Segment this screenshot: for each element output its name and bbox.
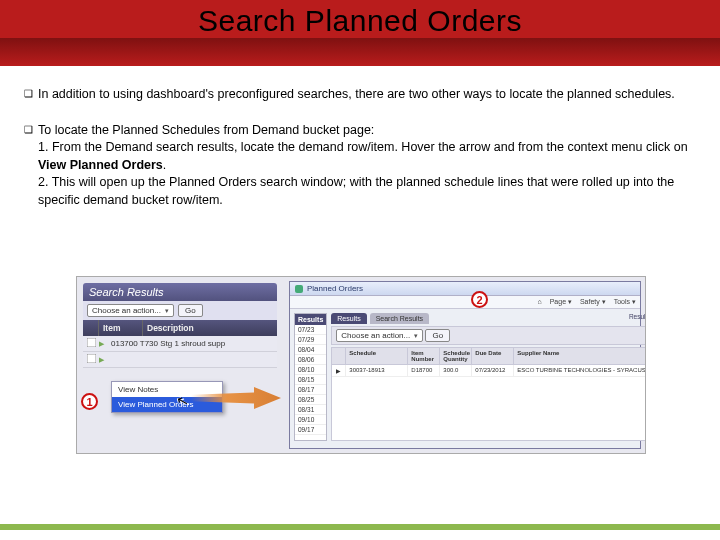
- grid-action-select[interactable]: Choose an action...: [336, 329, 423, 342]
- bullet-icon: ❑: [24, 86, 38, 104]
- callout-2: 2: [471, 291, 488, 308]
- row-checkbox[interactable]: [86, 338, 96, 348]
- action-select[interactable]: Choose an action...: [87, 304, 174, 317]
- toolbar-safety[interactable]: Safety ▾: [580, 298, 606, 305]
- col-schedule: Schedule: [346, 348, 408, 364]
- planned-orders-window: Planned Orders ⌂ Page ▾ Safety ▾ Tools ▾…: [289, 281, 641, 449]
- window-toolbar: ⌂ Page ▾ Safety ▾ Tools ▾: [290, 296, 640, 309]
- favicon-icon: [295, 285, 303, 293]
- bullet-2-text: To locate the Planned Schedules from Dem…: [38, 122, 696, 210]
- toolbar-page[interactable]: Page ▾: [550, 298, 572, 305]
- bullet-icon: ❑: [24, 122, 38, 210]
- search-results-title: Search Results: [83, 283, 277, 301]
- row-item-text: 013700 T730 Stg 1 shroud supp: [109, 337, 277, 350]
- window-titlebar: Planned Orders: [290, 282, 640, 296]
- row-expand-icon[interactable]: ▶: [99, 356, 109, 364]
- row-checkbox[interactable]: [86, 354, 96, 364]
- bullet-1-text: In addition to using dashboard's preconf…: [38, 86, 696, 104]
- col-item: Item: [99, 320, 143, 336]
- col-description: Description: [143, 320, 277, 336]
- results-folder-link[interactable]: Results Folder: [629, 313, 646, 324]
- col-supplier: Supplier Name: [514, 348, 646, 364]
- col-item-number: Item Number: [408, 348, 440, 364]
- col-qty: Schedule Quantity: [440, 348, 472, 364]
- slide-title: Search Planned Orders: [0, 4, 720, 38]
- go-button[interactable]: Go: [178, 304, 203, 317]
- tab-search-results[interactable]: Search Results: [370, 313, 429, 324]
- slide-body: ❑ In addition to using dashboard's preco…: [24, 86, 696, 227]
- callout-1: 1: [81, 393, 98, 410]
- date-list-header: Results: [295, 314, 326, 325]
- grid-go-button[interactable]: Go: [425, 329, 450, 342]
- col-due-date: Due Date: [472, 348, 514, 364]
- results-grid: Schedule Item Number Schedule Quantity D…: [331, 347, 646, 441]
- toolbar-home-icon[interactable]: ⌂: [538, 298, 542, 305]
- search-results-panel: Search Results Choose an action... Go It…: [83, 283, 277, 368]
- footer-accent-bar: [0, 524, 720, 530]
- table-row[interactable]: ▶ 013700 T730 Stg 1 shroud supp: [83, 336, 277, 352]
- row-expand-icon[interactable]: ▶: [332, 365, 346, 376]
- toolbar-tools[interactable]: Tools ▾: [614, 298, 636, 305]
- table-row[interactable]: ▶: [83, 352, 277, 368]
- screenshot-figure: Search Results Choose an action... Go It…: [76, 276, 646, 454]
- tab-results[interactable]: Results: [331, 313, 366, 324]
- row-expand-icon[interactable]: ▶: [99, 340, 109, 348]
- date-list: Results 07/23 07/29 08/04 08/06 08/10 08…: [294, 313, 327, 441]
- grid-row[interactable]: ▶ 30037-18913 D18700 300.0 07/23/2012 ES…: [332, 365, 646, 377]
